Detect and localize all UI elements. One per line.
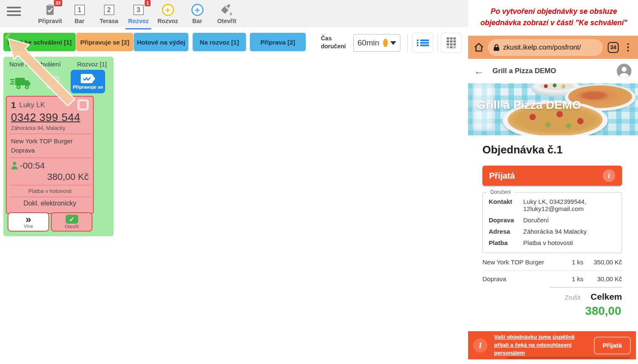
group-panel-title: Nové ke schválení	[9, 61, 61, 68]
toolbar-item-rozvoz-new[interactable]: + Rozvoz	[153, 3, 183, 26]
order-item: Doprava	[11, 146, 89, 155]
table-number-icon: 3	[133, 5, 144, 15]
banner-title: Grill a Pizza DEMO	[477, 98, 581, 112]
total-value: 380,00	[585, 304, 621, 318]
tab-counter-button[interactable]: 34	[608, 42, 619, 53]
divider	[407, 34, 408, 52]
restaurant-banner-image: Grill a Pizza DEMO	[468, 83, 638, 135]
customer-phone-link[interactable]: 0342 399 544	[11, 111, 89, 124]
detail-label: Doprava	[489, 216, 523, 224]
detail-row-adresa: Adresa Záhorácka 94 Malacky	[483, 226, 622, 237]
toolbar-item-pripravit[interactable]: 33 Připravit	[35, 3, 65, 26]
home-indicator-bar	[507, 357, 630, 359]
divider	[9, 134, 90, 134]
tab-nove-ke-schvaleni[interactable]: Nové ke schválení [1]	[3, 33, 76, 51]
overflow-menu-icon[interactable]: ⋮	[623, 42, 633, 53]
pripravuje-se-button[interactable]: Připravuje se	[71, 70, 105, 93]
notification-status-button[interactable]: Přijatá	[594, 337, 631, 354]
select-all-checkbox[interactable]	[47, 76, 59, 89]
detail-label: Adresa	[489, 228, 523, 235]
toolbar-item-rozvoz-active[interactable]: 3 1 Rozvoz	[124, 3, 153, 26]
toolbar-label: Připravit	[35, 18, 65, 24]
section-legend: Doručení	[487, 189, 514, 195]
avatar[interactable]	[616, 63, 632, 79]
mobile-browser-bar: zkusit.ikelp.com/posfront/ 34 ⋮	[468, 36, 638, 59]
mobile-app-header: ← Grill a Pizza DEMO	[468, 59, 638, 83]
lock-icon	[493, 44, 500, 51]
top-toolbar: 33 Připravit 1 Bar 2 Terasa 3 1 Rozvoz	[0, 0, 474, 27]
more-label: Více	[24, 224, 33, 229]
order-checkbox[interactable]	[77, 99, 89, 111]
detail-row-platba: Platba Platba v hotovosti	[483, 237, 622, 248]
status-dot-icon	[383, 39, 388, 47]
order-status-bar[interactable]: Přijatá i	[482, 166, 622, 186]
toolbar-label: Otevřít	[212, 18, 241, 24]
keypad-view-button[interactable]	[441, 33, 462, 53]
order-timer: -00:54	[20, 161, 45, 171]
item-name: Doprava	[482, 275, 561, 282]
annotation-text: Po vytvoření objednávky se obsluze objed…	[471, 6, 637, 29]
tab-hotove-na-vydej[interactable]: Hotové na výdej	[134, 33, 188, 51]
notification-snackbar: 1 Vaši objednávku jsme úspěšně přijali a…	[468, 331, 636, 359]
toolbar-item-bar-new[interactable]: + Bar	[183, 3, 212, 26]
order-page-title: Objednávka č.1	[482, 143, 563, 156]
order-number: 1	[11, 100, 16, 110]
home-icon[interactable]	[473, 42, 484, 53]
item-price: 30,00 Kč	[583, 275, 622, 282]
delivery-details-section: Doručení Kontakt Luky LK, 0342399544, 12…	[482, 189, 622, 253]
more-button[interactable]: » Více	[8, 212, 49, 232]
cancel-order-link[interactable]: Zrušit	[565, 294, 581, 301]
order-status: Přijatá	[489, 171, 515, 181]
toolbar-label: Rozvoz	[124, 18, 153, 24]
detail-row-doprava: Doprava Doručení	[483, 214, 622, 226]
detail-value: Záhorácka 94 Malacky	[523, 228, 616, 235]
tab-pripravuje-se[interactable]: Připravuje se [2]	[76, 33, 133, 51]
item-name: New York TOP Burger	[482, 258, 561, 266]
tab-na-rozvoz[interactable]: Na rozvoz [1]	[193, 33, 246, 51]
order-total: 380,00 Kč	[11, 171, 89, 182]
open-label: Otevřít	[65, 224, 79, 229]
order-card[interactable]: 1 Luky LK 0342 399 544 Záhorácka 94, Mal…	[6, 96, 94, 214]
person-icon	[11, 161, 18, 169]
table-number-icon: 2	[104, 5, 114, 15]
open-button[interactable]: ✓ Otevřít	[51, 212, 93, 232]
toolbar-item-bar1[interactable]: 1 Bar	[65, 3, 94, 26]
plus-circle-blue-icon: +	[191, 4, 204, 16]
toolbar-label: Bar	[183, 18, 212, 24]
hamburger-menu-icon[interactable]	[7, 7, 21, 18]
back-arrow-icon[interactable]: ←	[474, 65, 484, 77]
mobile-preview: Po vytvoření objednávky se obsluze objed…	[468, 0, 638, 364]
toolbar-label: Terasa	[94, 18, 124, 24]
screen: 33 Připravit 1 Bar 2 Terasa 3 1 Rozvoz	[0, 0, 638, 364]
order-status-tabs: Nové ke schválení [1] Připravuje se [2] …	[3, 33, 306, 51]
delivery-time-select[interactable]: 60min	[353, 34, 400, 52]
delivery-truck-icon	[10, 76, 32, 92]
detail-value: Doručení	[523, 216, 616, 224]
divider	[550, 287, 622, 288]
list-icon	[417, 39, 429, 47]
divider	[9, 197, 90, 197]
tab-priprava[interactable]: Příprava [2]	[250, 33, 306, 51]
corner-check-icon: ✓	[3, 31, 12, 42]
info-icon[interactable]: i	[603, 169, 615, 182]
item-qty: 1 ks	[561, 275, 583, 282]
check-tag-icon: ✓	[66, 215, 78, 224]
plus-circle-yellow-icon: +	[162, 4, 174, 16]
url-bar[interactable]: zkusit.ikelp.com/posfront/	[488, 39, 603, 56]
customer-address: Záhorácka 94, Malacky	[11, 125, 89, 131]
delivery-time-value: 60min	[357, 38, 379, 47]
item-price: 350,00 Kč	[583, 258, 622, 266]
detail-value: Luky LK, 0342399544, 12luky12@gmail.com	[523, 198, 616, 212]
list-view-button[interactable]	[412, 33, 433, 53]
toolbar-item-terasa[interactable]: 2 Terasa	[94, 3, 124, 26]
url-text: zkusit.ikelp.com/posfront/	[503, 43, 581, 51]
badge-rozvoz: 1	[145, 0, 151, 6]
divider	[9, 158, 90, 158]
badge-pripravit: 33	[54, 0, 62, 6]
notification-message-link[interactable]: Vaši objednávku jsme úspěšně přijali a č…	[494, 333, 577, 357]
keypad-icon	[447, 37, 456, 48]
detail-label: Kontakt	[489, 198, 523, 212]
toolbar-item-otevrit[interactable]: Otevřít	[212, 3, 241, 26]
restaurant-title: Grill a Pizza DEMO	[492, 67, 556, 75]
bottle-icon	[220, 3, 234, 16]
